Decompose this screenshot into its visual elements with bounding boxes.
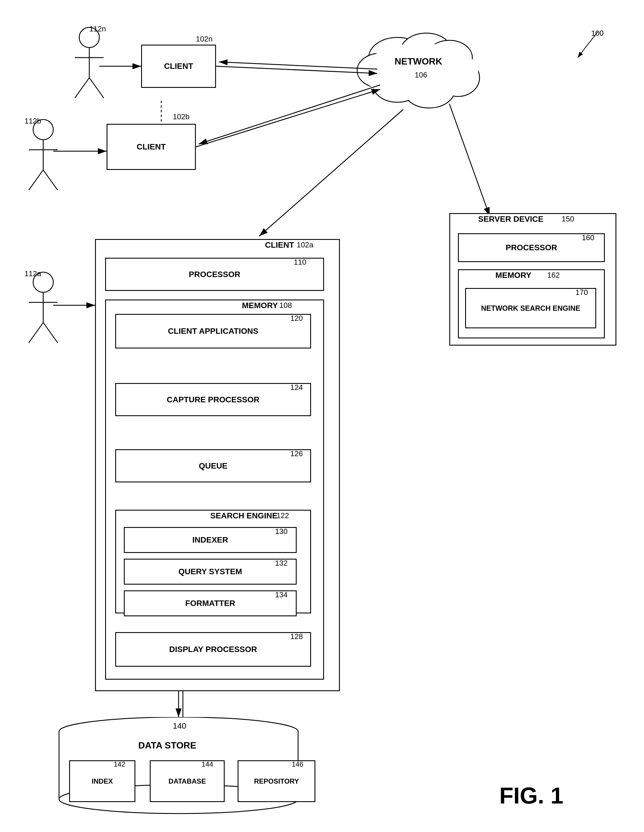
formatter-ref: 134 — [275, 590, 287, 599]
indexer-ref: 130 — [275, 527, 287, 536]
svg-line-31 — [259, 109, 403, 236]
queue-box: QUEUE — [115, 449, 311, 482]
ref-100-arrow — [557, 23, 615, 81]
svg-line-28 — [196, 89, 380, 147]
fig-label: FIG. 1 — [500, 782, 563, 809]
user-112a-ref: 112a — [24, 269, 41, 278]
data-store-ref: 140 — [173, 722, 186, 731]
client-102a-label: CLIENT — [265, 240, 294, 250]
queue-ref: 126 — [290, 449, 303, 458]
client-102b-box: CLIENT — [107, 124, 196, 170]
client-102a-ref: 102a — [296, 240, 313, 250]
svg-line-12 — [89, 78, 104, 98]
formatter-box: FORMATTER — [124, 590, 296, 616]
memory-108-label: MEMORY — [242, 301, 278, 310]
svg-line-27 — [219, 62, 377, 69]
database-box: DATABASE — [150, 760, 225, 802]
database-ref: 144 — [202, 760, 213, 768]
diagram-container: 100 NETWORK 106 CLIENT 102n 112n CLIENT … — [0, 0, 644, 832]
network-ref: 106 — [415, 70, 427, 80]
svg-line-22 — [43, 323, 58, 343]
memory-108-ref: 108 — [279, 301, 292, 310]
search-engine-label: SEARCH ENGINE — [210, 511, 277, 520]
svg-line-29 — [199, 85, 380, 144]
svg-line-32 — [449, 104, 490, 216]
repository-ref: 146 — [292, 760, 303, 768]
server-processor-ref: 160 — [582, 233, 594, 242]
processor-110-ref: 110 — [294, 258, 306, 267]
server-device-ref: 150 — [562, 214, 574, 224]
client-102b-ref: 102b — [173, 112, 189, 121]
user-112b-ref: 112b — [24, 117, 41, 126]
svg-line-11 — [75, 78, 89, 98]
capture-processor-ref: 124 — [290, 383, 303, 392]
svg-line-21 — [29, 323, 43, 343]
svg-line-17 — [43, 170, 58, 190]
network-label: NETWORK — [394, 56, 442, 67]
processor-110-box: PROCESSOR — [105, 258, 324, 291]
index-box: INDEX — [69, 760, 135, 802]
display-processor-box: DISPLAY PROCESSOR — [115, 632, 311, 667]
index-ref: 142 — [114, 760, 125, 768]
svg-point-4 — [403, 70, 455, 108]
network-search-ref: 170 — [575, 288, 588, 297]
client-102n-box: CLIENT — [141, 45, 216, 88]
memory-108-box — [105, 299, 324, 680]
query-system-box: QUERY SYSTEM — [124, 559, 296, 585]
server-memory-label: MEMORY — [495, 271, 531, 280]
display-processor-ref: 128 — [290, 632, 303, 641]
client-102n-ref: 102n — [196, 35, 213, 43]
server-device-label: SERVER DEVICE — [478, 214, 543, 224]
user-112n-ref: 112n — [89, 24, 106, 34]
client-apps-box: CLIENT APPLICATIONS — [115, 314, 311, 349]
search-engine-ref: 122 — [277, 511, 289, 520]
client-apps-ref: 120 — [290, 314, 303, 323]
svg-line-26 — [216, 66, 377, 74]
indexer-box: INDEXER — [124, 527, 296, 553]
data-store-label: DATA STORE — [138, 740, 196, 751]
capture-processor-box: CAPTURE PROCESSOR — [115, 383, 311, 416]
svg-line-16 — [29, 170, 43, 190]
svg-point-3 — [436, 59, 479, 96]
repository-box: REPOSITORY — [238, 760, 316, 802]
query-system-ref: 132 — [275, 559, 287, 568]
server-memory-ref: 162 — [547, 271, 560, 280]
